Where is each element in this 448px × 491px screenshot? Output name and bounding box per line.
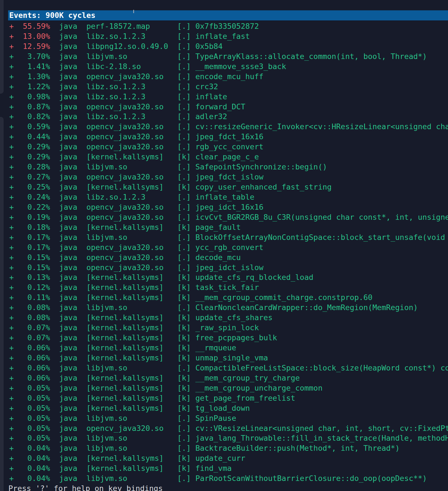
expand-marker[interactable]: +: [9, 32, 14, 41]
expand-marker[interactable]: +: [9, 243, 14, 252]
expand-marker[interactable]: +: [9, 404, 14, 412]
perf-row[interactable]: + 1.30% java opencv_java320.so [.] encod…: [9, 72, 448, 82]
expand-marker[interactable]: +: [9, 223, 14, 232]
perf-row[interactable]: + 0.05% java libjvm.so [.] java_lang_Thr…: [9, 433, 448, 443]
perf-row[interactable]: + 0.04% java [kernel.kallsyms] [k] find_…: [9, 463, 448, 473]
expand-marker[interactable]: +: [9, 183, 14, 191]
row-detail: java [kernel.kallsyms] [k] page_fault: [50, 223, 241, 232]
perf-row[interactable]: + 0.59% java opencv_java320.so [.] cv::r…: [9, 122, 448, 132]
perf-row[interactable]: + 0.25% java [kernel.kallsyms] [k] copy_…: [9, 182, 448, 192]
expand-marker[interactable]: +: [9, 52, 14, 61]
expand-marker[interactable]: +: [9, 414, 14, 422]
perf-row[interactable]: + 0.05% java opencv_java320.so [.] cv::V…: [9, 423, 448, 433]
perf-row[interactable]: + 0.13% java [kernel.kallsyms] [k] updat…: [9, 272, 448, 282]
expand-marker[interactable]: +: [9, 333, 14, 342]
perf-row[interactable]: + 0.15% java opencv_java320.so [.] jpeg_…: [9, 263, 448, 273]
expand-marker[interactable]: +: [9, 62, 14, 71]
expand-marker[interactable]: +: [9, 193, 14, 201]
perf-row[interactable]: + 0.98% java libz.so.1.2.3 [.] inflate: [9, 92, 448, 102]
expand-marker[interactable]: +: [9, 112, 14, 121]
expand-marker[interactable]: +: [9, 273, 14, 282]
expand-marker[interactable]: +: [9, 42, 14, 51]
expand-marker[interactable]: +: [9, 394, 14, 402]
expand-marker[interactable]: +: [9, 454, 14, 462]
expand-marker[interactable]: +: [9, 173, 14, 181]
expand-marker[interactable]: +: [9, 323, 14, 332]
expand-marker[interactable]: +: [9, 142, 14, 151]
overhead-percent: 0.29%: [14, 142, 50, 151]
expand-marker[interactable]: +: [9, 22, 14, 30]
expand-marker[interactable]: +: [9, 122, 14, 131]
perf-row[interactable]: + 0.18% java [kernel.kallsyms] [k] page_…: [9, 222, 448, 232]
perf-row[interactable]: + 1.22% java libz.so.1.2.3 [.] crc32: [9, 82, 448, 92]
expand-marker[interactable]: +: [9, 464, 14, 473]
perf-row[interactable]: + 0.17% java libjvm.so [.] BlockOffsetAr…: [9, 232, 448, 242]
perf-row[interactable]: + 0.05% java [kernel.kallsyms] [k] __mem…: [9, 383, 448, 393]
row-detail: java opencv_java320.so [.] cv::resizeGen…: [50, 122, 448, 131]
overhead-percent: 0.06%: [14, 374, 50, 382]
row-detail: java [kernel.kallsyms] [k] find_vma: [50, 464, 232, 473]
perf-row[interactable]: + 12.59% java libpng12.so.0.49.0 [.] 0x5…: [9, 41, 448, 51]
perf-row[interactable]: + 0.87% java opencv_java320.so [.] forwa…: [9, 102, 448, 112]
perf-row[interactable]: + 0.08% java libjvm.so [.] ClearNonclean…: [9, 303, 448, 313]
expand-marker[interactable]: +: [9, 444, 14, 452]
expand-marker[interactable]: +: [9, 102, 14, 111]
perf-row[interactable]: + 0.15% java opencv_java320.so [.] decod…: [9, 252, 448, 263]
perf-row[interactable]: + 0.05% java [kernel.kallsyms] [k] tg_lo…: [9, 403, 448, 413]
expand-marker[interactable]: +: [9, 213, 14, 221]
expand-marker[interactable]: +: [9, 263, 14, 272]
expand-marker[interactable]: +: [9, 283, 14, 292]
expand-marker[interactable]: +: [9, 203, 14, 211]
perf-row[interactable]: + 0.04% java libjvm.so [.] ParRootScanWi…: [9, 473, 448, 483]
expand-marker[interactable]: +: [9, 384, 14, 392]
perf-row[interactable]: + 0.22% java opencv_java320.so [.] jpeg_…: [9, 202, 448, 212]
perf-row[interactable]: + 1.41% java libc-2.18.so [.] __memmove_…: [9, 62, 448, 72]
expand-marker[interactable]: +: [9, 132, 14, 141]
expand-marker[interactable]: +: [9, 253, 14, 262]
expand-marker[interactable]: +: [9, 303, 14, 312]
perf-row[interactable]: + 0.27% java opencv_java320.so [.] jpeg_…: [9, 172, 448, 182]
expand-marker[interactable]: +: [9, 82, 14, 91]
perf-row[interactable]: + 0.04% java [kernel.kallsyms] [k] updat…: [9, 453, 448, 463]
events-header-bar[interactable]: Events: 900K cycles: [8, 10, 448, 20]
perf-row[interactable]: + 0.17% java opencv_java320.so [.] ycc_r…: [9, 242, 448, 252]
perf-row[interactable]: + 0.08% java [kernel.kallsyms] [k] updat…: [9, 313, 448, 323]
expand-marker[interactable]: +: [9, 374, 14, 382]
overhead-percent: 0.25%: [14, 183, 50, 191]
perf-row[interactable]: + 0.05% java [kernel.kallsyms] [k] get_p…: [9, 393, 448, 403]
expand-marker[interactable]: +: [9, 363, 14, 372]
perf-row[interactable]: + 0.04% java libjvm.so [.] BacktraceBuil…: [9, 443, 448, 453]
perf-row[interactable]: + 0.06% java [kernel.kallsyms] [k] unmap…: [9, 353, 448, 363]
expand-marker[interactable]: +: [9, 72, 14, 81]
perf-row[interactable]: + 0.12% java [kernel.kallsyms] [k] task_…: [9, 282, 448, 292]
perf-row[interactable]: + 3.70% java libjvm.so [.] TypeArrayKlas…: [9, 51, 448, 62]
perf-row[interactable]: + 0.29% java [kernel.kallsyms] [k] clear…: [9, 152, 448, 162]
perf-row[interactable]: + 0.44% java opencv_java320.so [.] jpeg_…: [9, 132, 448, 142]
perf-row[interactable]: + 0.29% java opencv_java320.so [.] rgb_y…: [9, 142, 448, 152]
perf-row[interactable]: + 0.05% java libjvm.so [.] SpinPause: [9, 413, 448, 423]
expand-marker[interactable]: +: [9, 424, 14, 433]
perf-row[interactable]: + 55.59% java perf-18572.map [.] 0x7fb33…: [9, 21, 448, 31]
perf-row[interactable]: + 13.00% java libz.so.1.2.3 [.] inflate_…: [9, 31, 448, 41]
expand-marker[interactable]: +: [9, 152, 14, 161]
expand-marker[interactable]: +: [9, 353, 14, 362]
perf-row[interactable]: + 0.82% java libz.so.1.2.3 [.] adler32: [9, 112, 448, 122]
expand-marker[interactable]: +: [9, 92, 14, 101]
perf-row[interactable]: + 0.06% java libjvm.so [.] CompactibleFr…: [9, 363, 448, 373]
row-detail: java [kernel.kallsyms] [k] free_pcppages…: [50, 333, 277, 342]
perf-row[interactable]: + 0.11% java [kernel.kallsyms] [k] __mem…: [9, 292, 448, 303]
expand-marker[interactable]: +: [9, 162, 14, 171]
perf-row[interactable]: + 0.07% java [kernel.kallsyms] [k] _raw_…: [9, 323, 448, 333]
expand-marker[interactable]: +: [9, 343, 14, 352]
perf-row[interactable]: + 0.19% java opencv_java320.so [.] icvCv…: [9, 212, 448, 222]
expand-marker[interactable]: +: [9, 233, 14, 242]
perf-row[interactable]: + 0.07% java [kernel.kallsyms] [k] free_…: [9, 333, 448, 343]
perf-row[interactable]: + 0.06% java [kernel.kallsyms] [k] __rmq…: [9, 343, 448, 353]
perf-row[interactable]: + 0.06% java [kernel.kallsyms] [k] __mem…: [9, 373, 448, 383]
expand-marker[interactable]: +: [9, 293, 14, 302]
perf-row[interactable]: + 0.24% java libz.so.1.2.3 [.] inflate_t…: [9, 192, 448, 202]
perf-row[interactable]: + 0.28% java libjvm.so [.] SafepointSync…: [9, 162, 448, 172]
expand-marker[interactable]: +: [9, 474, 14, 483]
expand-marker[interactable]: +: [9, 313, 14, 322]
expand-marker[interactable]: +: [9, 434, 14, 442]
